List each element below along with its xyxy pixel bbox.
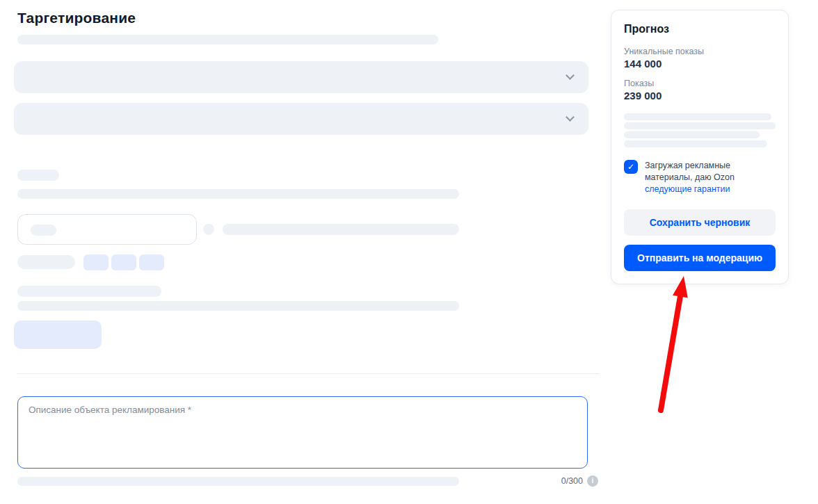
skeleton-label	[17, 286, 161, 297]
skeleton-text-bar	[17, 301, 459, 311]
consent-text-static: Загружая рекламные материалы, даю Ozon	[645, 161, 735, 182]
value-input[interactable]	[17, 214, 197, 245]
forecast-title: Прогноз	[624, 23, 776, 35]
metric-label: Показы	[624, 79, 776, 88]
skeleton-chip-3[interactable]	[139, 254, 164, 270]
skeleton-text-bar	[624, 131, 760, 138]
skeleton-text-bar	[17, 189, 459, 199]
consent-row: ✓ Загружая рекламные материалы, даю Ozon…	[624, 160, 776, 195]
targeting-select-1[interactable]	[14, 61, 588, 93]
skeleton-text-bar	[624, 113, 771, 120]
targeting-page: Таргетирование 0/300 i Прогноз Уникальны…	[0, 0, 818, 504]
consent-checkbox[interactable]: ✓	[624, 160, 638, 174]
metric-value: 144 000	[624, 58, 776, 70]
skeleton-text-bar	[624, 140, 767, 147]
skeleton-text-bar	[17, 35, 438, 44]
targeting-select-2[interactable]	[14, 103, 588, 135]
char-counter: 0/300	[561, 476, 583, 486]
metric-impressions: Показы 239 000	[624, 79, 776, 101]
skeleton-hint-bar	[17, 477, 459, 486]
skeleton-label	[17, 255, 75, 269]
submit-moderation-button[interactable]: Отправить на модерацию	[624, 245, 776, 271]
skeleton-input-value	[31, 225, 56, 236]
save-draft-button[interactable]: Сохранить черновик	[624, 209, 776, 236]
skeleton-chip-2[interactable]	[111, 254, 136, 270]
red-arrow-annotation	[626, 271, 709, 417]
section-divider	[17, 373, 600, 374]
skeleton-dot	[203, 224, 214, 235]
metric-value: 239 000	[624, 90, 776, 101]
info-icon[interactable]: i	[587, 475, 598, 487]
ad-object-description-textarea[interactable]	[17, 396, 588, 469]
page-title: Таргетирование	[17, 10, 136, 26]
forecast-skeletons	[624, 113, 776, 147]
metric-unique-impressions: Уникальные показы 144 000	[624, 47, 776, 70]
metric-label: Уникальные показы	[624, 47, 776, 56]
chevron-down-icon	[566, 71, 575, 80]
skeleton-chip-1[interactable]	[83, 254, 109, 270]
guarantees-link[interactable]: следующие гарантии	[645, 184, 730, 194]
consent-text: Загружая рекламные материалы, даю Ozon с…	[645, 160, 776, 195]
chevron-down-icon	[566, 113, 575, 122]
skeleton-text-bar	[223, 224, 459, 235]
skeleton-text-bar	[624, 122, 776, 129]
forecast-panel: Прогноз Уникальные показы 144 000 Показы…	[611, 10, 789, 284]
skeleton-button[interactable]	[14, 320, 102, 349]
skeleton-label	[17, 170, 59, 181]
